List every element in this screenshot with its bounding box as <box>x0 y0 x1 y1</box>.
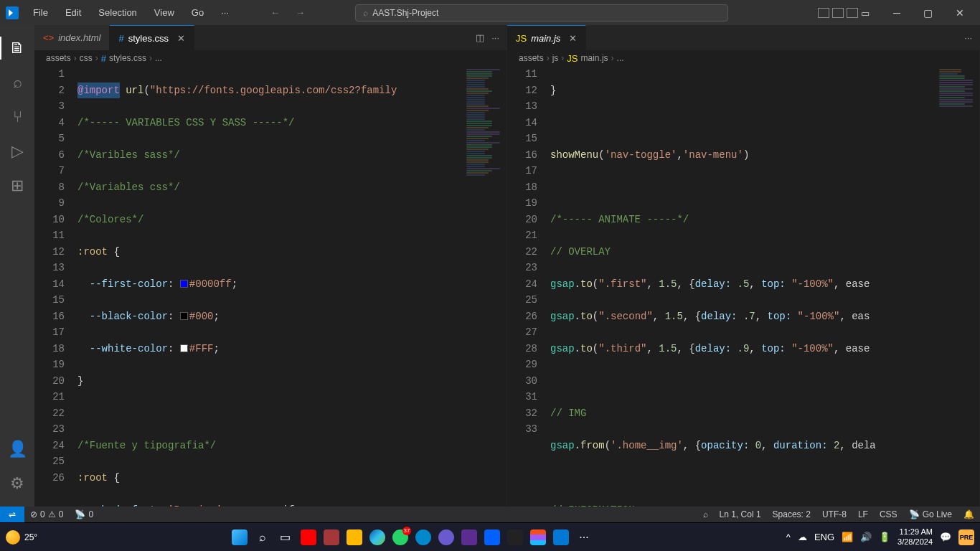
cursor-position[interactable]: Ln 1, Col 1 <box>714 507 767 522</box>
layout-custom-icon[interactable]: ▭ <box>861 8 872 18</box>
menu-selection[interactable]: Selection <box>91 4 143 21</box>
activity-search-icon[interactable]: ⌕ <box>0 65 34 100</box>
activity-extensions-icon[interactable]: ⊞ <box>0 169 34 203</box>
activity-settings-icon[interactable]: ⚙ <box>0 466 34 501</box>
vscode-taskbar-icon[interactable] <box>551 527 571 547</box>
volume-icon[interactable]: 🔊 <box>860 532 872 542</box>
language-indicator[interactable]: ENG <box>814 532 834 542</box>
layout-right-icon[interactable] <box>847 8 858 18</box>
clock[interactable]: 11:29 AM 3/28/2024 <box>897 527 933 546</box>
menu-go[interactable]: Go <box>184 4 211 21</box>
css-file-icon: # <box>101 53 106 64</box>
start-button[interactable] <box>230 527 250 547</box>
breadcrumb-more[interactable]: ... <box>155 53 162 63</box>
nav-back-icon[interactable]: ← <box>265 4 286 21</box>
app-c-icon[interactable] <box>436 527 456 547</box>
breadcrumb-seg[interactable]: assets <box>46 53 71 63</box>
layout-left-icon[interactable] <box>818 8 829 18</box>
battery-icon[interactable]: 🔋 <box>879 532 890 542</box>
problems-status[interactable]: ⊘0 ⚠0 <box>24 507 69 522</box>
file-explorer-icon[interactable] <box>344 527 364 547</box>
wifi-icon[interactable]: 📶 <box>842 532 853 542</box>
language-status[interactable]: CSS <box>874 507 903 522</box>
menu-more[interactable]: ··· <box>214 4 236 21</box>
figma-icon[interactable] <box>528 527 548 547</box>
activity-explorer-icon[interactable]: 🗎 <box>0 31 34 65</box>
broadcast-icon: 📡 <box>909 509 920 519</box>
window-maximize-icon[interactable]: ▢ <box>914 2 943 24</box>
badge: 37 <box>402 527 411 535</box>
onedrive-icon[interactable]: ☁ <box>798 532 807 542</box>
menu-file[interactable]: File <box>26 4 55 21</box>
breadcrumb-left[interactable]: assets› css› # styles.css› ... <box>34 50 507 66</box>
breadcrumb-file[interactable]: main.js <box>581 53 608 63</box>
tab-close-icon[interactable]: ✕ <box>569 33 577 44</box>
edge-icon[interactable] <box>367 527 387 547</box>
tab-index-html[interactable]: <> index.html <box>34 25 110 50</box>
app-cube-icon[interactable] <box>505 527 525 547</box>
whatsapp-icon[interactable]: 37 <box>390 527 410 547</box>
telegram-icon[interactable] <box>413 527 433 547</box>
color-swatch-icon <box>180 344 188 352</box>
editor-more-icon[interactable]: ··· <box>491 32 499 43</box>
line-gutter: 1234567891011121314151617181920212223242… <box>34 66 77 507</box>
warning-icon: ⚠ <box>48 509 56 519</box>
tab-main-js[interactable]: JS main.js ✕ <box>507 25 586 50</box>
activity-account-icon[interactable]: 👤 <box>0 432 34 466</box>
notifications-tray-icon[interactable]: 💬 <box>940 532 951 542</box>
ports-status[interactable]: 📡0 <box>69 507 99 522</box>
window-close-icon[interactable]: ✕ <box>946 2 974 24</box>
taskbar-overflow-icon[interactable]: ··· <box>574 527 594 547</box>
color-swatch-icon <box>180 280 188 288</box>
code-editor-right[interactable]: 1112131415161718192021222324252627282930… <box>507 66 979 507</box>
weather-icon <box>6 530 20 545</box>
search-label: AAST.Shj-Project <box>372 8 438 18</box>
youtube-icon[interactable] <box>298 527 319 547</box>
tray-chevron-icon[interactable]: ^ <box>786 532 791 542</box>
radio-tower-icon: 📡 <box>75 509 85 519</box>
tab-label: index.html <box>58 32 100 43</box>
weather-widget[interactable]: 25° <box>6 530 37 545</box>
js-file-icon: JS <box>516 33 527 44</box>
eol-status[interactable]: LF <box>852 507 874 522</box>
remote-button[interactable]: ⇌ <box>0 507 24 522</box>
error-icon: ⊘ <box>30 509 37 519</box>
windows-taskbar: 25° ⌕ ▭ 37 ··· ^ ☁ ENG 📶 🔊 🔋 11:29 AM 3/… <box>0 522 980 551</box>
activity-git-icon[interactable]: ⑂ <box>0 100 34 134</box>
split-editor-icon[interactable]: ◫ <box>476 32 484 43</box>
editor-more-icon[interactable]: ··· <box>964 32 972 43</box>
taskbar-search-icon[interactable]: ⌕ <box>253 527 273 547</box>
tab-close-icon[interactable]: ✕ <box>177 33 185 44</box>
tab-styles-css[interactable]: # styles.css ✕ <box>110 25 194 50</box>
activity-debug-icon[interactable]: ▷ <box>0 134 34 169</box>
search-status-icon[interactable]: ⌕ <box>697 507 714 522</box>
breadcrumb-right[interactable]: assets› js› JS main.js› ... <box>507 50 979 66</box>
minimap[interactable] <box>936 66 979 507</box>
visual-studio-icon[interactable] <box>459 527 479 547</box>
nav-forward-icon[interactable]: → <box>290 4 311 21</box>
minimap[interactable] <box>463 66 507 507</box>
window-minimize-icon[interactable]: ─ <box>882 2 911 24</box>
indentation-status[interactable]: Spaces: 2 <box>767 507 816 522</box>
notifications-icon[interactable]: 🔔 <box>958 507 980 522</box>
app-blue-icon[interactable] <box>482 527 502 547</box>
menu-edit[interactable]: Edit <box>58 4 88 21</box>
css-file-icon: # <box>118 33 123 44</box>
task-view-icon[interactable]: ▭ <box>275 527 296 547</box>
color-swatch-icon <box>180 312 188 320</box>
breadcrumb-file[interactable]: styles.css <box>109 53 146 63</box>
tab-label: styles.css <box>128 33 169 44</box>
menu-view[interactable]: View <box>147 4 182 21</box>
layout-bottom-icon[interactable] <box>832 8 844 18</box>
code-editor-left[interactable]: 1234567891011121314151617181920212223242… <box>34 66 507 507</box>
premiere-icon[interactable]: PRE <box>958 529 974 545</box>
command-center[interactable]: ⌕ AAST.Shj-Project <box>355 4 728 22</box>
breadcrumb-seg[interactable]: assets <box>519 53 544 63</box>
search-icon: ⌕ <box>363 8 368 18</box>
breadcrumb-seg[interactable]: css <box>80 53 93 63</box>
encoding-status[interactable]: UTF-8 <box>816 507 852 522</box>
go-live-button[interactable]: 📡Go Live <box>903 507 958 522</box>
breadcrumb-more[interactable]: ... <box>617 53 624 63</box>
access-icon[interactable] <box>321 527 341 547</box>
breadcrumb-seg[interactable]: js <box>552 53 559 63</box>
